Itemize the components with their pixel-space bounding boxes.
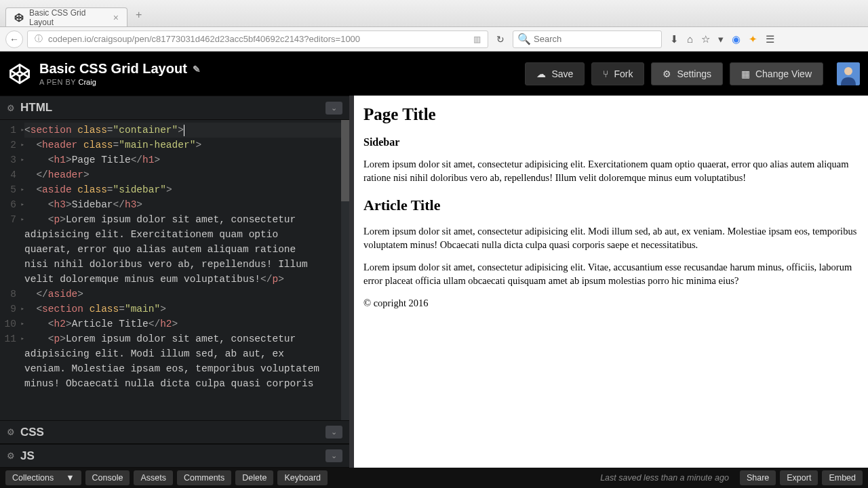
embed-button[interactable]: Embed <box>822 470 863 485</box>
codepen-logo[interactable] <box>8 62 31 85</box>
settings-label: Settings <box>677 68 711 79</box>
editor-scrollbar[interactable] <box>341 120 349 420</box>
search-field[interactable] <box>534 34 657 44</box>
reader-icon[interactable]: ▥ <box>471 35 484 44</box>
pen-title-wrap: Basic CSS Grid Layout ✎ A PEN BY Craig <box>39 61 525 86</box>
comments-button[interactable]: Comments <box>177 470 231 485</box>
user-avatar[interactable] <box>837 62 860 85</box>
codepen-header: Basic CSS Grid Layout ✎ A PEN BY Craig ☁… <box>0 52 868 96</box>
change-view-label: Change View <box>755 68 812 79</box>
byline-prefix: A PEN BY <box>39 78 79 86</box>
edit-title-icon[interactable]: ✎ <box>193 64 201 75</box>
browser-url-bar: ← ⓘ ▥ ↻ 🔍 ⬇ ⌂ ☆ ▾ ◉ ✦ ☰ <box>0 27 868 52</box>
extension-icon[interactable]: ◉ <box>732 33 741 45</box>
pen-title-text: Basic CSS Grid Layout <box>39 61 187 77</box>
panel-label-js: JS <box>20 449 35 463</box>
author-link[interactable]: Craig <box>79 78 96 86</box>
gear-icon[interactable]: ⚙ <box>7 427 15 437</box>
export-button[interactable]: Export <box>780 470 818 485</box>
url-input[interactable]: ⓘ ▥ <box>27 30 488 48</box>
editor-panel-left: ⚙ HTML ⌄ 1▸2▸3▸45▸6▸7▸ 89▸10▸11▸ <sectio… <box>0 96 354 468</box>
editor-area: ⚙ HTML ⌄ 1▸2▸3▸45▸6▸7▸ 89▸10▸11▸ <sectio… <box>0 96 868 468</box>
star-icon[interactable]: ☆ <box>701 33 710 45</box>
new-tab-button[interactable]: + <box>130 6 147 24</box>
preview-p2: Lorem ipsum dolor sit amet, consectetur … <box>363 225 859 251</box>
delete-button[interactable]: Delete <box>235 470 273 485</box>
chevron-down-icon: ▼ <box>66 473 74 483</box>
gear-icon[interactable]: ⚙ <box>7 103 15 113</box>
refresh-button[interactable]: ↻ <box>492 34 509 45</box>
line-gutter: 1▸2▸3▸45▸6▸7▸ 89▸10▸11▸ <box>0 120 22 420</box>
settings-button[interactable]: ⚙Settings <box>651 62 723 85</box>
browser-tab-bar: Basic CSS Grid Layout × + <box>0 0 868 27</box>
codepen-favicon <box>14 13 24 22</box>
scrollbar-thumb[interactable] <box>341 120 349 201</box>
console-button[interactable]: Console <box>85 470 130 485</box>
preview-h1: Page Title <box>363 105 859 124</box>
change-view-button[interactable]: ▦Change View <box>730 62 823 85</box>
home-icon[interactable]: ⌂ <box>687 33 693 45</box>
browser-toolbar-icons: ⬇ ⌂ ☆ ▾ ◉ ✦ ☰ <box>670 33 774 45</box>
preview-h2: Article Title <box>363 197 859 214</box>
gear-icon: ⚙ <box>663 68 671 79</box>
code-editor[interactable]: 1▸2▸3▸45▸6▸7▸ 89▸10▸11▸ <section class="… <box>0 120 349 420</box>
pen-byline: A PEN BY Craig <box>39 78 525 86</box>
code-content[interactable]: <section class="container"> <header clas… <box>22 120 349 420</box>
share-button[interactable]: Share <box>740 470 776 485</box>
back-button[interactable]: ← <box>5 30 23 48</box>
tab-title: Basic CSS Grid Layout <box>29 8 108 27</box>
preview-footer: © copright 2016 <box>363 297 859 310</box>
collections-dropdown[interactable]: Collections▼ <box>5 470 81 485</box>
js-panel-header[interactable]: ⚙ JS ⌄ <box>0 444 349 468</box>
preview-h3: Sidebar <box>363 136 859 148</box>
extension-icon-2[interactable]: ✦ <box>749 33 757 45</box>
chevron-down-icon[interactable]: ⌄ <box>326 426 342 439</box>
svg-point-1 <box>844 67 852 75</box>
url-field[interactable] <box>48 34 468 44</box>
keyboard-button[interactable]: Keyboard <box>277 470 328 485</box>
html-panel-header[interactable]: ⚙ HTML ⌄ <box>0 96 349 120</box>
preview-pane: Page Title Sidebar Lorem ipsum dolor sit… <box>354 96 868 468</box>
gear-icon[interactable]: ⚙ <box>7 451 15 461</box>
panel-label-html: HTML <box>20 101 52 115</box>
fork-label: Fork <box>614 68 633 79</box>
download-icon[interactable]: ⬇ <box>670 33 679 45</box>
assets-button[interactable]: Assets <box>134 470 173 485</box>
header-actions: ☁Save ⑂Fork ⚙Settings ▦Change View <box>525 62 860 85</box>
info-icon[interactable]: ⓘ <box>32 33 45 45</box>
chevron-down-icon[interactable]: ⌄ <box>326 449 342 462</box>
search-icon: 🔍 <box>517 33 531 45</box>
collections-label: Collections <box>12 473 54 483</box>
pocket-icon[interactable]: ▾ <box>718 33 724 45</box>
css-panel-header[interactable]: ⚙ CSS ⌄ <box>0 420 349 444</box>
menu-icon[interactable]: ☰ <box>766 33 774 45</box>
layout-icon: ▦ <box>741 68 750 79</box>
search-input[interactable]: 🔍 <box>513 30 662 48</box>
chevron-down-icon[interactable]: ⌄ <box>326 102 342 115</box>
cloud-icon: ☁ <box>536 68 546 79</box>
bottom-bar: Collections▼ Console Assets Comments Del… <box>0 468 868 488</box>
preview-p3: Lorem ipsum dolor sit amet, consectetur … <box>363 261 859 287</box>
save-label: Save <box>551 68 573 79</box>
pen-title: Basic CSS Grid Layout ✎ <box>39 61 525 77</box>
preview-p1: Lorem ipsum dolor sit amet, consectetur … <box>363 158 859 184</box>
fork-button[interactable]: ⑂Fork <box>591 62 644 85</box>
save-status: Last saved less than a minute ago <box>600 473 729 483</box>
fork-icon: ⑂ <box>603 68 608 79</box>
browser-tab[interactable]: Basic CSS Grid Layout × <box>5 7 127 26</box>
tab-close-icon[interactable]: × <box>113 12 119 23</box>
panel-label-css: CSS <box>20 426 44 439</box>
save-button[interactable]: ☁Save <box>525 62 585 85</box>
